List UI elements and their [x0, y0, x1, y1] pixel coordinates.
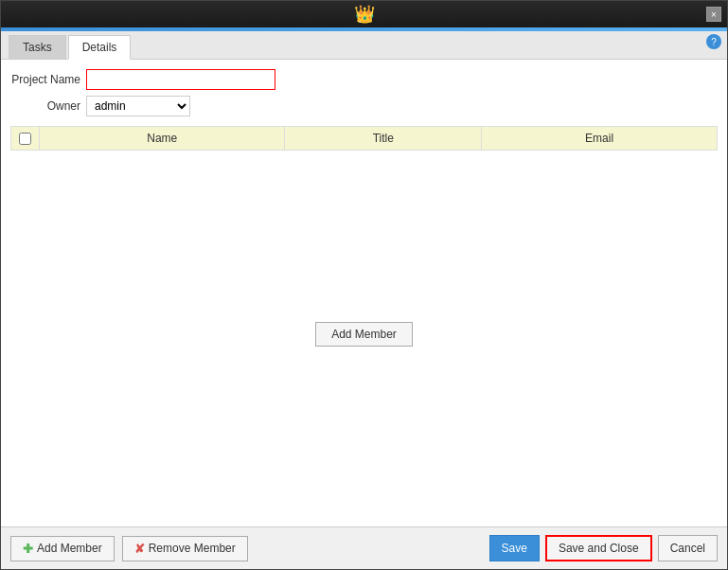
add-member-center-button[interactable]: Add Member: [315, 322, 413, 347]
cancel-button[interactable]: Cancel: [658, 535, 718, 561]
app-icon: 👑: [354, 4, 375, 25]
col-header-name: Name: [40, 127, 285, 151]
remove-member-button[interactable]: ✘ Remove Member: [122, 536, 248, 561]
owner-row: Owner admin: [10, 96, 718, 116]
remove-member-label: Remove Member: [149, 542, 236, 555]
save-button[interactable]: Save: [489, 535, 540, 561]
project-name-row: Project Name: [10, 69, 718, 90]
help-button[interactable]: ?: [706, 34, 721, 49]
footer: ✚ Add Member ✘ Remove Member Save Save a…: [1, 526, 727, 569]
owner-select[interactable]: admin: [86, 96, 190, 116]
tab-tasks[interactable]: Tasks: [9, 35, 66, 59]
members-table-area: Name Title Email Add Member: [10, 122, 718, 517]
col-header-title: Title: [285, 127, 482, 151]
plus-icon: ✚: [23, 542, 33, 556]
col-header-email: Email: [482, 127, 718, 151]
owner-label: Owner: [10, 99, 86, 113]
members-table: Name Title Email: [10, 126, 718, 151]
col-header-checkbox: [11, 127, 40, 151]
dialog: 👑 × ? Tasks Details Project Name Owner a…: [0, 0, 728, 570]
save-and-close-button[interactable]: Save and Close: [545, 535, 652, 561]
tab-details[interactable]: Details: [68, 35, 132, 60]
project-name-input[interactable]: [86, 69, 275, 90]
remove-icon: ✘: [134, 542, 145, 556]
add-member-button[interactable]: ✚ Add Member: [10, 536, 115, 561]
select-all-checkbox[interactable]: [19, 133, 31, 145]
add-member-container: Add Member: [10, 151, 718, 517]
tab-bar: Tasks Details: [1, 31, 727, 60]
project-name-label: Project Name: [10, 73, 86, 86]
footer-left: ✚ Add Member ✘ Remove Member: [10, 536, 248, 561]
close-button[interactable]: ×: [706, 7, 721, 22]
add-member-label: Add Member: [37, 542, 102, 555]
main-content: Project Name Owner admin: [1, 60, 727, 526]
footer-right: Save Save and Close Cancel: [489, 535, 718, 561]
title-bar: 👑 ×: [1, 1, 727, 27]
